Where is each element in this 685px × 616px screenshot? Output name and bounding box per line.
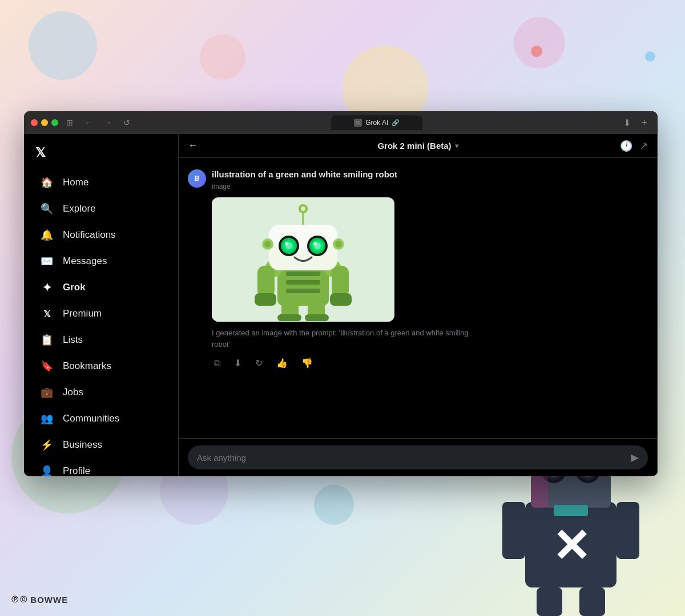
grok-header-icons: 🕐 ↗ — [620, 140, 648, 152]
user-message-row: B illustration of a green and white smil… — [188, 169, 648, 371]
copyright-icons: Ⓟ ⓒ — [11, 595, 27, 605]
communities-icon: 👥 — [40, 412, 54, 425]
svg-rect-34 — [277, 314, 301, 321]
regenerate-icon: ↻ — [255, 358, 263, 368]
svg-text:✕: ✕ — [552, 521, 590, 572]
sidebar-item-premium[interactable]: 𝕏 Premium — [29, 301, 174, 326]
lists-icon: 📋 — [40, 333, 54, 347]
back-to-grok-button[interactable]: ← — [188, 140, 198, 152]
maximize-window-button[interactable] — [51, 119, 58, 126]
sidebar-label-communities: Communities — [63, 413, 119, 424]
tab-title: Grok AI — [365, 119, 388, 127]
download-button[interactable]: ⬇ — [620, 115, 634, 131]
svg-rect-23 — [286, 271, 320, 276]
business-icon: ⚡ — [40, 438, 54, 452]
tab-bar: G Grok AI 🔗 — [138, 115, 615, 130]
forward-button[interactable]: → — [100, 116, 115, 129]
reload-button[interactable]: ↺ — [120, 116, 134, 129]
user-message-text: illustration of a green and white smilin… — [212, 169, 648, 179]
sidebar-label-home: Home — [63, 177, 88, 188]
svg-rect-35 — [305, 314, 329, 321]
svg-point-42 — [285, 242, 288, 245]
sidebar-item-profile[interactable]: 👤 Profile — [29, 459, 174, 476]
history-button[interactable]: 🕐 — [620, 140, 632, 152]
sidebar-label-bookmarks: Bookmarks — [63, 360, 111, 372]
sidebar-item-lists[interactable]: 📋 Lists — [29, 327, 174, 352]
browser-toolbar: ⊞ ← → ↺ G Grok AI 🔗 ⬇ + — [24, 111, 658, 134]
history-icon: 🕐 — [620, 140, 632, 152]
svg-rect-16 — [616, 502, 639, 559]
sidebar-label-profile: Profile — [63, 465, 90, 476]
back-button[interactable]: ← — [81, 116, 96, 129]
share-button[interactable]: ↗ — [639, 140, 648, 152]
svg-rect-15 — [502, 502, 525, 559]
svg-rect-19 — [554, 505, 588, 516]
svg-rect-18 — [579, 587, 605, 616]
like-button[interactable]: 👍 — [274, 355, 290, 371]
action-bar: ⧉ ⬇ ↻ 👍 — [212, 355, 648, 371]
svg-point-47 — [313, 242, 317, 245]
sidebar-item-jobs[interactable]: 💼 Jobs — [29, 380, 174, 405]
grok-main-content: ← Grok 2 mini (Beta) ▾ 🕐 ↗ B — [178, 134, 658, 476]
send-message-button[interactable]: ▶ — [631, 451, 639, 464]
grok-icon: ✦ — [40, 281, 54, 294]
new-tab-button[interactable]: + — [638, 115, 651, 131]
svg-rect-28 — [257, 266, 275, 297]
minimize-window-button[interactable] — [41, 119, 48, 126]
sidebar-item-explore[interactable]: 🔍 Explore — [29, 196, 174, 221]
active-tab[interactable]: G Grok AI 🔗 — [331, 115, 422, 130]
ask-input-area: ▶ — [179, 438, 657, 476]
chevron-down-icon: ▾ — [455, 142, 458, 150]
traffic-lights — [31, 119, 58, 126]
copy-button[interactable]: ⧉ — [212, 355, 223, 371]
x-logo[interactable]: 𝕏 — [24, 139, 178, 167]
ask-anything-input[interactable] — [197, 453, 626, 463]
premium-icon: 𝕏 — [40, 307, 54, 321]
jobs-icon: 💼 — [40, 386, 54, 399]
sidebar-item-communities[interactable]: 👥 Communities — [29, 406, 174, 431]
generated-image-container: I generated an image with the prompt: 'I… — [212, 197, 648, 371]
twitter-sidebar: 𝕏 🏠 Home 🔍 Explore 🔔 Notifications ✉️ Me… — [24, 134, 178, 476]
sidebar-label-messages: Messages — [63, 256, 107, 267]
generated-robot-image[interactable] — [212, 197, 394, 322]
grok-header: ← Grok 2 mini (Beta) ▾ 🕐 ↗ — [179, 134, 657, 158]
tab-lock-icon: 🔗 — [392, 119, 400, 127]
watermark: Ⓟ ⓒ BOWWE — [11, 595, 68, 605]
like-icon: 👍 — [276, 358, 288, 368]
home-icon: 🏠 — [40, 176, 54, 189]
message-content: illustration of a green and white smilin… — [212, 169, 648, 371]
sidebar-toggle-button[interactable]: ⊞ — [63, 116, 76, 129]
sidebar-item-notifications[interactable]: 🔔 Notifications — [29, 222, 174, 248]
close-window-button[interactable] — [31, 119, 38, 126]
sidebar-label-explore: Explore — [63, 203, 96, 214]
download-icon: ⬇ — [234, 358, 241, 368]
svg-rect-17 — [537, 587, 562, 616]
svg-rect-24 — [286, 280, 320, 285]
sidebar-item-bookmarks[interactable]: 🔖 Bookmarks — [29, 354, 174, 379]
sidebar-item-grok[interactable]: ✦ Grok — [29, 275, 174, 300]
bookmarks-icon: 🔖 — [40, 359, 54, 373]
sidebar-item-messages[interactable]: ✉️ Messages — [29, 249, 174, 274]
share-icon: ↗ — [639, 140, 648, 152]
download-image-button[interactable]: ⬇ — [232, 355, 244, 371]
messages-icon: ✉️ — [40, 254, 54, 268]
dislike-button[interactable]: 👎 — [299, 355, 315, 371]
message-avatar: B — [188, 169, 206, 188]
svg-point-54 — [335, 241, 342, 248]
copy-icon: ⧉ — [214, 358, 220, 368]
sidebar-label-notifications: Notifications — [63, 229, 116, 241]
sidebar-item-home[interactable]: 🏠 Home — [29, 170, 174, 195]
svg-point-52 — [264, 241, 271, 248]
svg-rect-29 — [332, 266, 349, 297]
tab-favicon: G — [354, 119, 362, 127]
toolbar-right: ⬇ + — [620, 115, 651, 131]
grok-model-selector[interactable]: Grok 2 mini (Beta) ▾ — [377, 141, 458, 151]
regenerate-button[interactable]: ↻ — [253, 355, 265, 371]
sidebar-label-grok: Grok — [63, 282, 86, 293]
svg-point-50 — [301, 206, 305, 211]
sidebar-label-lists: Lists — [63, 334, 83, 346]
grok-model-label: Grok 2 mini (Beta) — [377, 141, 451, 151]
watermark-brand: BOWWE — [30, 595, 68, 605]
ask-input-wrapper: ▶ — [188, 445, 648, 469]
sidebar-item-business[interactable]: ⚡ Business — [29, 432, 174, 457]
